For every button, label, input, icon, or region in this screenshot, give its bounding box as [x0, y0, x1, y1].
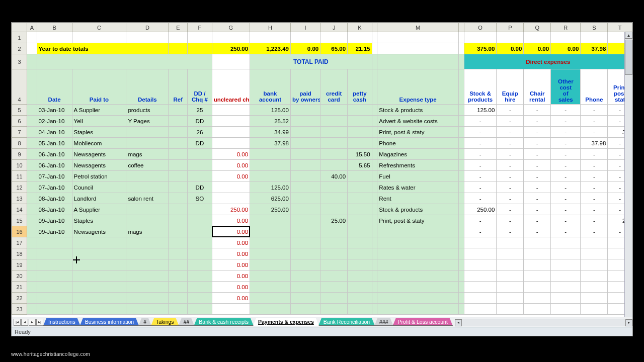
- cell[interactable]: [188, 171, 212, 182]
- cell[interactable]: 09-Jan-10: [37, 215, 72, 226]
- sheet-tab[interactable]: ###: [374, 318, 393, 326]
- cell[interactable]: [458, 160, 464, 171]
- cell[interactable]: [320, 237, 348, 248]
- cell[interactable]: salon rent: [126, 193, 169, 204]
- cell[interactable]: [377, 54, 459, 69]
- cell[interactable]: [27, 182, 37, 193]
- hscroll-left[interactable]: ◂: [455, 319, 462, 326]
- cell[interactable]: [464, 237, 497, 248]
- cell[interactable]: -: [464, 215, 497, 226]
- row-header[interactable]: 3: [12, 54, 27, 69]
- cell[interactable]: [464, 293, 497, 304]
- cell[interactable]: [551, 259, 581, 270]
- cell[interactable]: 0.00: [212, 171, 250, 182]
- cell[interactable]: Newsagents: [72, 160, 126, 171]
- cell[interactable]: [188, 270, 212, 282]
- cell[interactable]: [188, 43, 212, 54]
- cell[interactable]: [551, 282, 581, 293]
- cell[interactable]: [250, 226, 291, 237]
- cell[interactable]: [372, 259, 377, 270]
- cell[interactable]: [290, 215, 320, 226]
- cell[interactable]: [372, 116, 377, 127]
- cell[interactable]: [169, 171, 188, 182]
- cell[interactable]: 09-Jan-10: [37, 226, 72, 237]
- cell[interactable]: [320, 204, 348, 215]
- cell[interactable]: 0.00: [212, 215, 250, 226]
- cell[interactable]: [581, 248, 608, 259]
- cell[interactable]: [290, 105, 320, 116]
- cell[interactable]: [250, 282, 291, 293]
- cell[interactable]: [290, 237, 320, 248]
- cell[interactable]: [372, 270, 377, 282]
- sheet-tab[interactable]: ##: [179, 318, 195, 326]
- cell[interactable]: [188, 237, 212, 248]
- cell[interactable]: [348, 237, 372, 248]
- cell[interactable]: [169, 43, 188, 54]
- cell[interactable]: [27, 270, 37, 282]
- cell[interactable]: [320, 259, 348, 270]
- cell[interactable]: [372, 171, 377, 182]
- scroll-thumb[interactable]: [625, 40, 632, 75]
- cell[interactable]: [524, 304, 551, 315]
- cell[interactable]: [290, 282, 320, 293]
- scroll-up-button[interactable]: ▲: [625, 32, 632, 39]
- cell[interactable]: -: [497, 171, 524, 182]
- cell[interactable]: [497, 32, 524, 43]
- col-header[interactable]: D: [126, 23, 169, 32]
- cell[interactable]: [250, 215, 291, 226]
- horizontal-scrollbar[interactable]: ◂ ▸: [455, 319, 632, 326]
- cell[interactable]: -: [524, 226, 551, 237]
- cell[interactable]: [581, 270, 608, 282]
- cell[interactable]: [458, 204, 464, 215]
- cell[interactable]: 08-Jan-10: [37, 193, 72, 204]
- cell[interactable]: 07-Jan-10: [37, 171, 72, 182]
- cell[interactable]: [377, 259, 459, 270]
- cell[interactable]: [72, 32, 126, 43]
- cell[interactable]: [126, 32, 169, 43]
- cell[interactable]: -: [551, 171, 581, 182]
- col-header[interactable]: T: [608, 23, 632, 32]
- cell[interactable]: [126, 248, 169, 259]
- cell[interactable]: 375.00: [464, 43, 497, 54]
- cell[interactable]: [27, 43, 37, 54]
- cell[interactable]: [372, 138, 377, 149]
- cell[interactable]: [169, 270, 188, 282]
- cell[interactable]: -: [581, 116, 608, 127]
- cell[interactable]: -: [497, 215, 524, 226]
- cell[interactable]: [348, 105, 372, 116]
- col-header[interactable]: K: [348, 23, 372, 32]
- cell[interactable]: Chairrental: [524, 69, 551, 105]
- cell[interactable]: [188, 282, 212, 293]
- row-header[interactable]: 14: [12, 204, 27, 215]
- cell[interactable]: Magazines: [377, 149, 459, 160]
- cell[interactable]: [188, 304, 212, 315]
- cell[interactable]: -: [551, 204, 581, 215]
- cell[interactable]: [37, 304, 72, 315]
- cell[interactable]: [27, 69, 37, 105]
- cell[interactable]: [458, 182, 464, 193]
- cell[interactable]: 21.15: [348, 43, 372, 54]
- cell[interactable]: [250, 160, 291, 171]
- cell[interactable]: [348, 204, 372, 215]
- cell[interactable]: [290, 259, 320, 270]
- cell[interactable]: [290, 138, 320, 149]
- cell[interactable]: Phone: [581, 69, 608, 105]
- col-header[interactable]: P: [497, 23, 524, 32]
- cell[interactable]: 65.00: [320, 43, 348, 54]
- cell[interactable]: [348, 304, 372, 315]
- cell[interactable]: [212, 116, 250, 127]
- cell[interactable]: [581, 293, 608, 304]
- row-header[interactable]: 8: [12, 138, 27, 149]
- cell[interactable]: 250.00: [212, 204, 250, 215]
- cell[interactable]: [169, 116, 188, 127]
- cell[interactable]: [458, 69, 464, 105]
- cell[interactable]: [464, 32, 497, 43]
- cell[interactable]: [458, 105, 464, 116]
- cell[interactable]: Newsagents: [72, 226, 126, 237]
- cell[interactable]: [458, 127, 464, 138]
- cell[interactable]: [458, 237, 464, 248]
- cell[interactable]: [188, 149, 212, 160]
- cell[interactable]: -: [581, 182, 608, 193]
- sheet-tab[interactable]: #: [138, 318, 151, 326]
- cell[interactable]: -: [524, 215, 551, 226]
